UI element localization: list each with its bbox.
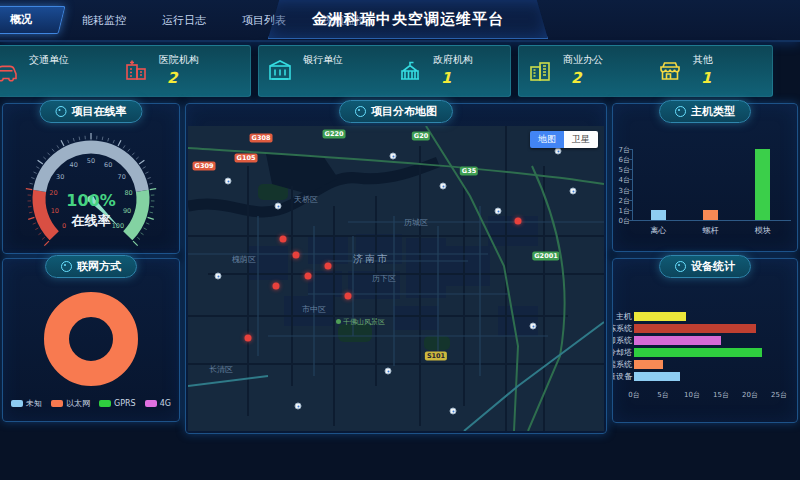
panel-device-stats: 设备统计 主机冷冻系统冷却系统冷却塔末端系统计量设备0台5台10台15台20台2… — [612, 258, 798, 423]
map-base-layer — [188, 126, 604, 431]
gauge-tick — [137, 237, 140, 239]
map-canvas[interactable]: 济南市天桥区槐荫区历城区历下区市中区长清区千佛山风景区G308G105G309G… — [188, 126, 604, 431]
legend-swatch — [51, 400, 63, 407]
gauge-tick — [132, 153, 134, 156]
x-tick-label: 20台 — [737, 390, 763, 400]
panel-online-rate-title: 项目在线率 — [72, 104, 127, 119]
nav-tab-3[interactable]: 运行日志 — [144, 13, 224, 28]
stat-card-2: 银行单位政府机构1 — [258, 45, 511, 97]
map-district-label: 历城区 — [404, 217, 428, 228]
bar-冷冻系统 — [634, 324, 756, 333]
legend-label: GPRS — [114, 399, 136, 408]
y-tick-label: 5台 — [613, 165, 630, 175]
stat-value: 2 — [159, 69, 199, 87]
nav-tab-2[interactable]: 能耗监控 — [64, 13, 144, 28]
gauge-tick — [79, 137, 80, 140]
project-marker[interactable] — [273, 283, 280, 290]
poi-marker — [495, 208, 502, 215]
gauge-tick — [44, 241, 49, 246]
gauge-tick — [143, 167, 146, 169]
gauge-tick-label: 50 — [87, 157, 95, 165]
road-shield-G35: G35 — [460, 167, 478, 176]
map-layer-switcher: 地图卫星 — [530, 131, 598, 148]
page-title-text: 金洲科瑞中央空调运维平台 — [312, 10, 504, 29]
stat-label: 交通单位 — [29, 53, 69, 67]
stat-label: 政府机构 — [433, 53, 473, 67]
y-tick-mark — [629, 200, 632, 201]
panel-host-title: 主机类型 — [691, 104, 735, 119]
page-title: 金洲科瑞中央空调运维平台 — [268, 0, 548, 39]
device-stats-bar-chart: 主机冷冻系统冷却系统冷却塔末端系统计量设备0台5台10台15台20台25台 — [613, 259, 797, 422]
panel-online-rate: 项目在线率 0102030405060708090100 100% 在线率 — [2, 103, 180, 254]
map-city-label: 济南市 — [353, 252, 389, 266]
gauge-tick — [73, 138, 74, 141]
y-tick-mark — [629, 190, 632, 191]
gauge-tick — [147, 177, 150, 178]
legend-item-GPRS[interactable]: GPRS — [99, 398, 136, 409]
gauge-tick — [133, 241, 138, 246]
legend-swatch — [145, 400, 157, 407]
y-tick-mark — [629, 210, 632, 211]
panel-host-type: 主机类型 0台1台2台3台4台5台6台7台离心螺杆模块 — [612, 103, 798, 252]
legend-item-以太网[interactable]: 以太网 — [51, 398, 90, 409]
poi-marker — [530, 323, 537, 330]
bar-主机 — [634, 312, 686, 321]
map-district-label: 市中区 — [302, 304, 326, 315]
y-tick-mark — [629, 159, 632, 160]
map-button-地图[interactable]: 地图 — [530, 131, 564, 148]
stat-label: 银行单位 — [303, 53, 343, 67]
top-nav-bar: 概况能耗监控运行日志项目列表视频监控 金洲科瑞中央空调运维平台 — [0, 0, 800, 42]
road-shield-G309: G309 — [193, 162, 216, 171]
legend-swatch — [11, 400, 23, 407]
gauge-tick — [68, 140, 69, 143]
online-rate-gauge: 0102030405060708090100 — [3, 104, 179, 253]
poi-marker — [570, 188, 577, 195]
nav-tab-label: 能耗监控 — [82, 14, 126, 27]
host-type-bar-chart: 0台1台2台3台4台5台6台7台离心螺杆模块 — [613, 104, 797, 251]
h-category-label: 冷冻系统 — [613, 324, 632, 333]
panel-host-header: 主机类型 — [659, 100, 751, 123]
y-tick-mark — [629, 179, 632, 180]
map-button-卫星[interactable]: 卫星 — [564, 131, 598, 148]
project-marker[interactable] — [305, 273, 312, 280]
stat-value: 2 — [563, 69, 603, 87]
legend-label: 以太网 — [66, 398, 90, 409]
network-legend: 未知以太网GPRS4G — [3, 398, 179, 409]
stat-group-交通单位: 交通单位 — [0, 46, 111, 96]
nav-tab-1[interactable]: 概况 — [0, 6, 65, 34]
map-scenic-label: 千佛山风景区 — [336, 317, 385, 327]
project-marker[interactable] — [345, 293, 352, 300]
legend-swatch — [99, 400, 111, 407]
project-marker[interactable] — [293, 252, 300, 259]
poi-marker — [385, 368, 392, 375]
gauge-tick — [123, 145, 125, 148]
panel-online-rate-header: 项目在线率 — [40, 100, 143, 123]
poi-marker — [215, 273, 222, 280]
project-marker[interactable] — [280, 236, 287, 243]
poi-marker — [275, 203, 282, 210]
panel-network-title: 联网方式 — [77, 259, 121, 274]
bar-模块 — [755, 149, 770, 220]
y-tick-label: 2台 — [613, 196, 630, 206]
x-tick-label: 10台 — [679, 390, 705, 400]
project-marker[interactable] — [325, 263, 332, 270]
nav-tab-label: 概况 — [0, 7, 61, 33]
project-marker[interactable] — [245, 335, 252, 342]
gauge-tick — [149, 183, 152, 184]
x-tick-label: 5台 — [650, 390, 676, 400]
y-tick-mark — [629, 220, 632, 221]
y-tick-mark — [629, 169, 632, 170]
stat-group-政府机构: 政府机构1 — [397, 46, 515, 96]
x-axis-line — [632, 220, 791, 221]
gauge-tick — [34, 172, 37, 173]
bar-冷却塔 — [634, 348, 762, 357]
map-district-label: 槐荫区 — [232, 254, 256, 265]
road-shield-G2001: G2001 — [532, 252, 559, 261]
network-donut-chart — [44, 292, 138, 386]
y-tick-mark — [629, 149, 632, 150]
project-marker[interactable] — [515, 218, 522, 225]
stat-value: 1 — [433, 69, 473, 87]
stat-label: 其他 — [693, 53, 713, 67]
legend-item-未知[interactable]: 未知 — [11, 398, 42, 409]
legend-item-4G[interactable]: 4G — [145, 398, 171, 409]
